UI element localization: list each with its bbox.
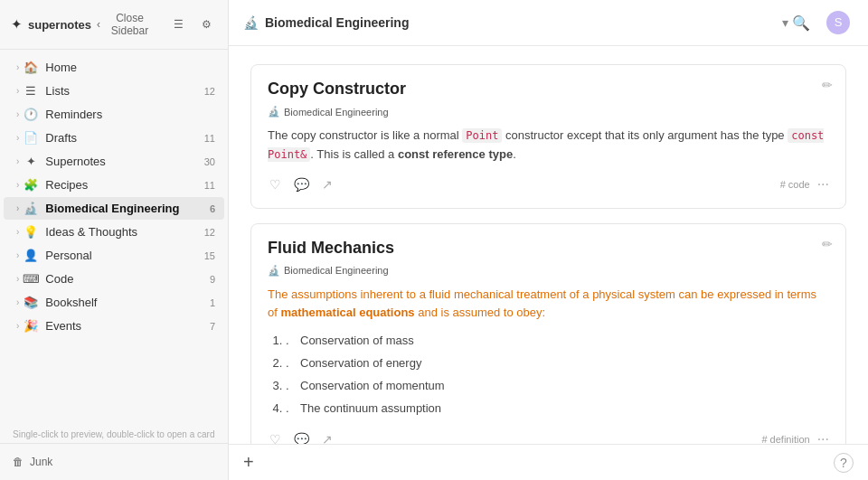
code-const-point: const Point& xyxy=(268,128,824,162)
sidebar-item-recipes[interactable]: › 🧩 Recipes 11 xyxy=(4,174,224,196)
sidebar-item-supernotes[interactable]: › ✦ Supernotes 30 xyxy=(4,150,224,173)
bookshelf-count: 1 xyxy=(210,297,215,308)
supernotes-count: 30 xyxy=(204,156,215,167)
sidebar-item-code[interactable]: › ⌨ Code 9 xyxy=(4,268,224,290)
sidebar-item-drafts[interactable]: › 📄 Drafts 11 xyxy=(4,127,224,149)
recipes-icon: 🧩 xyxy=(23,178,39,192)
sidebar-header-right: ‹ Close Sidebar ☰ ⚙ xyxy=(91,9,217,40)
share-button[interactable]: ↗ xyxy=(320,430,335,444)
card-title-copy-constructor: Copy Constructor xyxy=(268,80,829,99)
nav-label-events: Events xyxy=(45,319,206,333)
fluid-mechanics-list: Conservation of mass Conservation of ene… xyxy=(268,330,829,419)
sidebar-item-ideas[interactable]: › 💡 Ideas & Thoughts 12 xyxy=(4,221,224,243)
lists-count: 12 xyxy=(204,86,215,97)
chevron-icon: › xyxy=(16,250,19,260)
share-button[interactable]: ↗ xyxy=(320,175,335,193)
nav-label-lists: Lists xyxy=(45,84,200,98)
arrow-left-icon: ‹ xyxy=(97,18,100,31)
list-item-continuum: The continuum assumption xyxy=(286,398,829,420)
personal-count: 15 xyxy=(204,250,215,261)
card-body-copy-constructor: The copy constructor is like a normal Po… xyxy=(268,127,829,165)
chevron-icon: › xyxy=(16,180,19,190)
list-item-energy: Conservation of energy xyxy=(286,353,829,375)
topbar-title: Biomedical Engineering xyxy=(265,15,778,30)
card-more-button[interactable]: ··· xyxy=(817,176,829,193)
events-icon: 🎉 xyxy=(23,319,39,333)
list-view-button[interactable]: ☰ xyxy=(168,15,189,33)
card-fluid-mechanics: ✏ Fluid Mechanics 🔬 Biomedical Engineeri… xyxy=(250,223,846,444)
like-button[interactable]: ♡ xyxy=(268,175,283,193)
app-logo-icon: ✦ xyxy=(11,16,23,33)
nav-label-drafts: Drafts xyxy=(45,131,200,145)
sidebar: ✦ supernotes ‹ Close Sidebar ☰ ⚙ › 🏠 Hom… xyxy=(0,0,229,480)
card-more-button[interactable]: ··· xyxy=(817,431,829,444)
help-button[interactable]: ? xyxy=(834,453,854,473)
chevron-icon: › xyxy=(16,109,19,119)
nav-label-supernotes: Supernotes xyxy=(45,155,200,168)
personal-icon: 👤 xyxy=(23,249,39,262)
notebook-tag-icon: 🔬 xyxy=(268,106,280,118)
card-footer-copy-constructor: ♡ 💬 ↗ # code ··· xyxy=(268,175,829,193)
chevron-icon: › xyxy=(16,274,19,284)
chevron-icon: › xyxy=(16,62,19,72)
nav-label-reminders: Reminders xyxy=(45,108,215,121)
nav-label-home: Home xyxy=(45,61,215,74)
avatar-icon: S xyxy=(826,11,850,34)
cards-area: ✏ Copy Constructor 🔬 Biomedical Engineer… xyxy=(229,46,868,444)
chevron-icon: › xyxy=(16,297,19,307)
card-body-text: The copy constructor is like a normal Po… xyxy=(268,127,829,165)
bold-const-ref: const reference type xyxy=(398,147,513,161)
chevron-icon: › xyxy=(16,203,19,213)
bold-math-eq: mathematical equations xyxy=(280,306,414,319)
close-sidebar-label: Close Sidebar xyxy=(104,12,156,37)
events-count: 7 xyxy=(210,321,215,332)
nav-label-personal: Personal xyxy=(45,249,200,262)
sidebar-nav: › 🏠 Home › ☰ Lists 12 › 🕐 Reminders › 📄 … xyxy=(0,50,228,424)
add-card-button[interactable]: + xyxy=(243,452,254,473)
card-body-fluid-mechanics: The assumptions inherent to a fluid mech… xyxy=(268,286,829,420)
ideas-icon: 💡 xyxy=(23,225,39,239)
card-edit-button[interactable]: ✏ xyxy=(822,78,833,92)
filter-button[interactable]: ⚙ xyxy=(196,15,217,33)
sidebar-item-bookshelf[interactable]: › 📚 Bookshelf 1 xyxy=(4,291,224,314)
card-footer-tag: # code xyxy=(780,179,810,190)
biomedical-icon: 🔬 xyxy=(23,202,39,215)
nav-label-bookshelf: Bookshelf xyxy=(45,296,206,309)
topbar-notebook-icon: 🔬 xyxy=(243,15,259,30)
topbar-actions: 🔍 S xyxy=(788,7,854,38)
chevron-icon: › xyxy=(16,227,19,237)
list-item-momentum: Conservation of momentum xyxy=(286,375,829,398)
user-avatar-button[interactable]: S xyxy=(823,7,854,38)
topbar: 🔬 Biomedical Engineering ▾ 🔍 S xyxy=(229,0,868,46)
chevron-icon: › xyxy=(16,133,19,143)
comment-button[interactable]: 💬 xyxy=(292,175,311,193)
sidebar-item-personal[interactable]: › 👤 Personal 15 xyxy=(4,244,224,267)
sidebar-item-reminders[interactable]: › 🕐 Reminders xyxy=(4,103,224,126)
card-footer-tag: # definition xyxy=(761,434,809,444)
home-icon: 🏠 xyxy=(23,61,39,74)
sidebar-item-events[interactable]: › 🎉 Events 7 xyxy=(4,315,224,337)
sidebar-item-home[interactable]: › 🏠 Home xyxy=(4,56,224,79)
notebook-tag-icon: 🔬 xyxy=(268,265,280,277)
sidebar-item-biomedical[interactable]: › 🔬 Biomedical Engineering 6 xyxy=(4,197,224,220)
sidebar-item-lists[interactable]: › ☰ Lists 12 xyxy=(4,80,224,102)
card-tag-label-copy-constructor: Biomedical Engineering xyxy=(284,107,389,118)
code-icon: ⌨ xyxy=(23,272,39,286)
card-footer-meta: # definition ··· xyxy=(761,431,829,444)
junk-label: Junk xyxy=(30,456,52,468)
chevron-icon: › xyxy=(16,86,19,96)
chevron-icon: › xyxy=(16,321,19,331)
card-edit-button[interactable]: ✏ xyxy=(822,237,833,251)
comment-button[interactable]: 💬 xyxy=(292,430,311,444)
sidebar-item-junk[interactable]: 🗑 Junk xyxy=(13,451,215,473)
app-name: supernotes xyxy=(28,18,91,32)
ideas-count: 12 xyxy=(204,227,215,238)
like-button[interactable]: ♡ xyxy=(268,430,283,444)
card-tag-label-fluid: Biomedical Engineering xyxy=(284,265,389,276)
search-button[interactable]: 🔍 xyxy=(788,11,814,35)
close-sidebar-button[interactable]: ‹ Close Sidebar xyxy=(91,9,161,40)
nav-label-ideas: Ideas & Thoughts xyxy=(45,225,200,239)
topbar-dropdown-icon[interactable]: ▾ xyxy=(782,15,788,30)
biomedical-count: 6 xyxy=(210,203,215,214)
list-icon: ☰ xyxy=(174,18,184,31)
